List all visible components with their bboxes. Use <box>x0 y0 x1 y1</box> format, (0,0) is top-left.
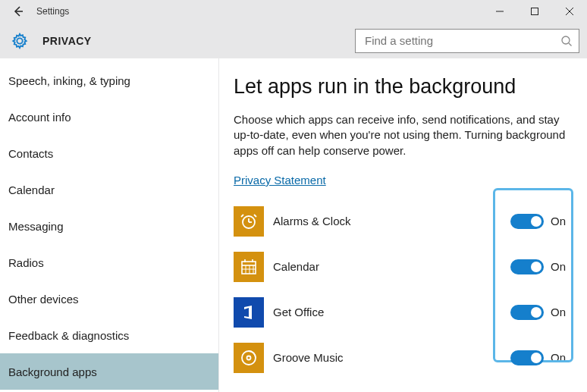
svg-point-5 <box>562 36 570 44</box>
privacy-statement-link[interactable]: Privacy Statement <box>234 174 326 187</box>
sidebar-item-account-info[interactable]: Account info <box>0 99 218 135</box>
app-label: Calendar <box>273 260 510 273</box>
page-description: Choose which apps can receive info, send… <box>234 112 569 158</box>
page-title: Let apps run in the background <box>234 75 569 99</box>
app-label: Groove Music <box>273 351 510 364</box>
sidebar-item-label: Feedback & diagnostics <box>8 329 129 342</box>
maximize-button[interactable] <box>517 0 552 23</box>
toggle-switch[interactable] <box>510 350 544 365</box>
toggle-wrap: On <box>510 259 566 274</box>
header: PRIVACY <box>0 23 587 58</box>
svg-line-10 <box>241 215 243 217</box>
sidebar-item-label: Speech, inking, & typing <box>8 74 130 87</box>
app-row: Get OfficeOn <box>234 290 569 335</box>
sidebar-item-feedback-diagnostics[interactable]: Feedback & diagnostics <box>0 317 218 353</box>
toggle-wrap: On <box>510 350 566 365</box>
search-icon <box>560 35 573 47</box>
back-button[interactable] <box>0 0 36 23</box>
sidebar-item-background-apps[interactable]: Background apps <box>0 353 218 390</box>
sidebar-item-messaging[interactable]: Messaging <box>0 208 218 244</box>
svg-line-6 <box>569 43 572 46</box>
window-controls <box>482 0 587 23</box>
svg-rect-2 <box>532 8 538 15</box>
svg-point-21 <box>247 356 251 359</box>
sidebar-item-label: Other devices <box>8 293 79 306</box>
groove-music-icon <box>234 343 264 373</box>
sidebar-item-speech-inking-typing[interactable]: Speech, inking, & typing <box>0 62 218 99</box>
svg-line-11 <box>254 215 256 217</box>
search-input[interactable] <box>365 34 560 47</box>
sidebar-item-radios[interactable]: Radios <box>0 244 218 281</box>
sidebar-item-label: Account info <box>8 111 71 124</box>
sidebar-item-contacts[interactable]: Contacts <box>0 135 218 171</box>
sidebar-item-label: Radios <box>8 256 44 269</box>
search-box[interactable] <box>355 29 579 53</box>
toggle-state-label: On <box>551 215 566 227</box>
sidebar: Speech, inking, & typingAccount infoCont… <box>0 58 218 392</box>
app-list: Alarms & ClockOnCalendarOnGet OfficeOnGr… <box>234 199 569 381</box>
close-button[interactable] <box>552 0 587 23</box>
sidebar-item-calendar[interactable]: Calendar <box>0 171 218 208</box>
calendar-icon <box>234 252 264 282</box>
office-icon <box>234 297 264 328</box>
toggle-wrap: On <box>510 214 566 229</box>
window-title: Settings <box>36 6 69 17</box>
main-panel: Let apps run in the background Choose wh… <box>218 58 587 392</box>
sidebar-item-label: Calendar <box>8 183 55 196</box>
app-label: Alarms & Clock <box>273 215 510 227</box>
alarm-clock-icon <box>234 206 264 237</box>
category-title: PRIVACY <box>42 35 92 47</box>
minimize-button[interactable] <box>482 0 517 23</box>
toggle-switch[interactable] <box>510 259 544 274</box>
sidebar-item-label: Background apps <box>8 365 97 378</box>
divider <box>218 58 219 392</box>
toggle-switch[interactable] <box>510 214 544 229</box>
title-bar: Settings <box>0 0 587 23</box>
toggle-state-label: On <box>551 260 566 273</box>
app-row: Groove MusicOn <box>234 335 569 381</box>
toggle-switch[interactable] <box>510 305 544 320</box>
toggle-state-label: On <box>551 306 566 318</box>
sidebar-item-other-devices[interactable]: Other devices <box>0 281 218 317</box>
toggle-state-label: On <box>551 351 566 364</box>
sidebar-item-label: Messaging <box>8 220 64 233</box>
app-label: Get Office <box>273 306 510 318</box>
app-row: Alarms & ClockOn <box>234 199 569 244</box>
settings-gear-icon[interactable] <box>11 32 29 50</box>
app-row: CalendarOn <box>234 244 569 290</box>
toggle-wrap: On <box>510 305 566 320</box>
content: Speech, inking, & typingAccount infoCont… <box>0 58 587 392</box>
sidebar-item-label: Contacts <box>8 147 53 160</box>
